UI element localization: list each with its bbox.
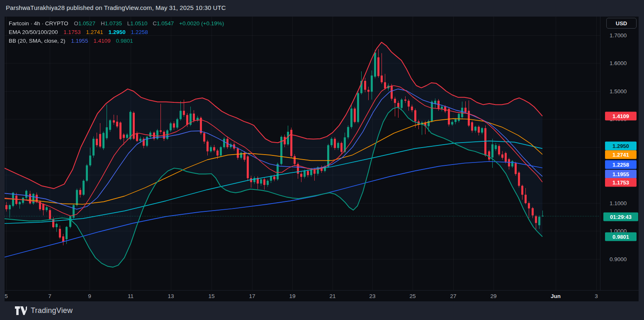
time-axis[interactable]: 57911131517192123252729Jun3 (5, 290, 639, 302)
high-value: 1.0735 (105, 20, 122, 27)
time-tick-label: 5 (5, 293, 8, 299)
price-axis[interactable]: 1.70001.60001.50001.40001.30001.20001.10… (600, 17, 639, 290)
price-level-badge: 1.1955 (605, 170, 637, 179)
symbol-title: Fartcoin · 4h · CRYPTO (9, 20, 68, 27)
legend-bb-row[interactable]: BB (20, SMA, close, 2) 1.1955 1.4109 0.9… (9, 36, 224, 45)
change-value: +0.0020 (+0.19%) (179, 20, 224, 27)
price-level-badge: 1.2950 (605, 142, 637, 150)
legend-ema-row[interactable]: EMA 20/50/100/200 1.1753 1.2741 1.2950 1… (9, 28, 224, 36)
time-tick-label: 7 (48, 293, 51, 299)
price-tick-label: 1.5000 (610, 88, 627, 95)
bb-lower-value: 0.9801 (116, 38, 133, 44)
time-tick-label: 27 (450, 293, 456, 299)
price-level-badge: 1.1753 (605, 178, 637, 187)
time-tick-label: 11 (128, 293, 134, 299)
time-tick-label: 17 (249, 293, 255, 299)
time-tick-label: 19 (289, 293, 295, 299)
price-level-badge: 0.9801 (605, 233, 637, 241)
price-tick-label: 1.7000 (610, 32, 627, 39)
tradingview-logo[interactable]: TradingView (15, 306, 73, 315)
time-tick-label: 23 (369, 293, 375, 299)
close-label: C (153, 20, 157, 27)
ema100-value: 1.2950 (108, 29, 125, 35)
open-value: 1.0527 (78, 20, 95, 27)
chart-area: Fartcoin · 4h · CRYPTO O1.0527 H1.0735 L… (5, 17, 639, 301)
time-tick-label: 3 (595, 293, 598, 299)
time-tick-label: Jun (551, 293, 561, 299)
close-value: 1.0547 (157, 20, 174, 27)
time-tick-label: 15 (208, 293, 214, 299)
price-level-badge: 1.4109 (605, 112, 637, 121)
time-tick-label: 21 (329, 293, 335, 299)
price-level-badge: 1.2741 (605, 150, 637, 159)
ema20-value: 1.1753 (63, 29, 80, 35)
time-tick-label: 9 (88, 293, 91, 299)
bb-basis-value: 1.1955 (71, 38, 88, 44)
time-tick-label: 13 (168, 293, 174, 299)
time-tick-label: 25 (409, 293, 416, 299)
tradingview-snapshot: ParshwaTurakhiya28 published on TradingV… (0, 0, 644, 320)
publish-caption: ParshwaTurakhiya28 published on TradingV… (6, 4, 226, 13)
ema200-value: 1.2258 (131, 29, 148, 35)
open-label: O (74, 20, 78, 27)
price-tick-label: 1.1000 (610, 200, 627, 206)
chart-canvas[interactable] (5, 17, 600, 290)
tradingview-brand-text: TradingView (31, 306, 73, 315)
footer-bar: TradingView (0, 301, 644, 320)
ema50-value: 1.2741 (86, 29, 103, 35)
price-level-badge: 1.2258 (605, 160, 637, 169)
legend-symbol-row[interactable]: Fartcoin · 4h · CRYPTO O1.0527 H1.0735 L… (9, 19, 224, 28)
countdown-badge: 01:29:43 (603, 213, 638, 221)
high-label: H (101, 20, 105, 27)
price-tick-label: 1.6000 (610, 60, 627, 66)
tradingview-logo-icon (15, 306, 27, 315)
bb-title: BB (20, SMA, close, 2) (9, 38, 66, 44)
price-tick-label: 0.9000 (610, 256, 627, 262)
chart-legend: Fartcoin · 4h · CRYPTO O1.0527 H1.0735 L… (9, 19, 224, 45)
ema-title: EMA 20/50/100/200 (9, 29, 58, 35)
bb-upper-value: 1.4109 (93, 38, 110, 44)
low-value: 1.0510 (130, 20, 147, 27)
time-tick-label: 29 (490, 293, 496, 299)
